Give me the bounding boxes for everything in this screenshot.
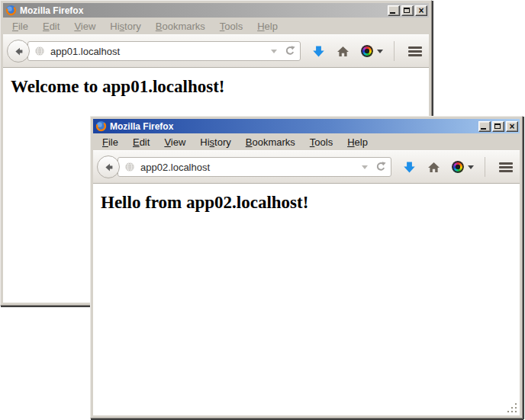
maximize-icon — [494, 123, 501, 129]
maximize-button[interactable] — [401, 5, 414, 16]
menu-bar: File Edit View History Bookmarks Tools H… — [3, 18, 429, 34]
app-menu-button[interactable] — [408, 46, 422, 56]
close-icon: × — [507, 121, 517, 132]
globe-icon — [124, 162, 135, 172]
search-engine-icon — [361, 45, 373, 57]
home-icon — [337, 45, 349, 58]
url-dropdown-icon[interactable] — [271, 50, 277, 53]
menu-file[interactable]: File — [7, 19, 34, 34]
hamburger-icon — [408, 46, 422, 56]
menu-help[interactable]: Help — [252, 19, 283, 34]
browser-window-app02[interactable]: Mozilla Firefox × File Edit View History… — [90, 116, 523, 418]
url-bar[interactable]: app01.localhost — [27, 41, 301, 61]
left-arrow-icon — [103, 162, 114, 173]
search-dropdown-icon — [468, 165, 474, 169]
home-button[interactable] — [337, 45, 349, 58]
reload-icon[interactable] — [284, 45, 296, 57]
left-arrow-icon — [13, 46, 24, 57]
home-icon — [427, 161, 440, 174]
close-button[interactable]: × — [506, 121, 518, 132]
firefox-icon — [95, 120, 107, 132]
menu-bookmarks[interactable]: Bookmarks — [150, 19, 211, 34]
menu-bar: File Edit View History Bookmarks Tools H… — [93, 133, 520, 150]
download-arrow-icon — [312, 45, 325, 58]
download-button[interactable] — [403, 161, 416, 174]
search-engine-icon — [452, 161, 464, 173]
menu-history[interactable]: History — [105, 19, 146, 34]
menu-help[interactable]: Help — [342, 135, 373, 149]
menu-file[interactable]: File — [97, 135, 124, 149]
url-bar[interactable]: app02.localhost — [118, 157, 391, 177]
maximize-button[interactable] — [492, 121, 504, 132]
app-menu-button[interactable] — [499, 162, 513, 172]
window-title: Mozilla Firefox — [20, 5, 388, 16]
menu-bookmarks[interactable]: Bookmarks — [240, 135, 301, 149]
minimize-icon — [481, 128, 486, 130]
hamburger-icon — [499, 162, 513, 172]
minimize-icon — [390, 12, 395, 14]
navigation-toolbar: app02.localhost — [93, 150, 520, 184]
search-engine-button[interactable] — [452, 161, 474, 173]
navigation-toolbar: app01.localhost — [3, 34, 429, 68]
toolbar-separator — [485, 157, 485, 177]
page-heading: Welcome to app01.localhost! — [11, 77, 421, 97]
toolbar-separator — [394, 41, 395, 61]
minimize-button[interactable] — [388, 5, 400, 16]
download-arrow-icon — [403, 161, 416, 174]
url-input[interactable]: app02.localhost — [140, 162, 362, 173]
home-button[interactable] — [427, 161, 440, 174]
reload-icon[interactable] — [375, 161, 387, 173]
search-engine-button[interactable] — [361, 45, 383, 57]
menu-history[interactable]: History — [195, 135, 236, 149]
close-icon: × — [416, 5, 427, 16]
titlebar[interactable]: Mozilla Firefox × — [93, 119, 520, 133]
titlebar[interactable]: Mozilla Firefox × — [3, 3, 429, 18]
maximize-icon — [404, 8, 410, 13]
back-button[interactable] — [7, 40, 30, 63]
globe-icon — [34, 46, 45, 56]
menu-tools[interactable]: Tools — [304, 135, 338, 149]
menu-edit[interactable]: Edit — [37, 19, 65, 34]
menu-view[interactable]: View — [69, 19, 101, 34]
menu-tools[interactable]: Tools — [214, 19, 248, 34]
menu-view[interactable]: View — [159, 135, 191, 149]
page-heading: Hello from app02.localhost! — [101, 193, 512, 213]
download-button[interactable] — [312, 45, 325, 58]
url-input[interactable]: app01.localhost — [50, 46, 271, 57]
back-button[interactable] — [97, 155, 120, 178]
page-content: Hello from app02.localhost! — [93, 184, 520, 415]
firefox-icon — [5, 5, 17, 16]
search-dropdown-icon — [377, 50, 383, 53]
close-button[interactable]: × — [415, 5, 427, 16]
window-title: Mozilla Firefox — [110, 121, 478, 132]
menu-edit[interactable]: Edit — [127, 135, 155, 149]
resize-grip[interactable] — [507, 402, 517, 412]
url-dropdown-icon[interactable] — [362, 165, 368, 169]
minimize-button[interactable] — [478, 121, 491, 132]
